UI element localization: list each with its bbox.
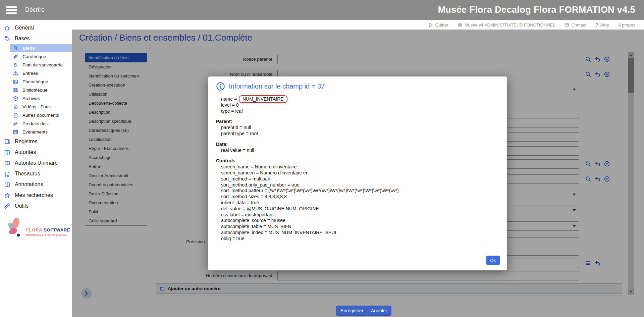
modal-line: type = leaf (216, 108, 500, 114)
top-bar: Décrire Musée Flora Decalog Flora FORMAT… (0, 0, 644, 20)
modal-line: css-label = musImportant (216, 212, 500, 218)
modal-body: name = NUM_INVENTAIRElevel = 0type = lea… (216, 96, 500, 242)
sidebar-item-label: Registres (15, 139, 38, 145)
sidebar-item-label: Outils (15, 203, 29, 209)
logo-tagline: Bibliothèques | Archives | Musées (26, 233, 70, 236)
sidebar-item-label: Plan de sauvegarde (22, 62, 63, 67)
sidebar-item-bibliotheque[interactable]: Bibliothèque (0, 86, 72, 94)
sort-az-icon: AB (4, 171, 10, 177)
subbar-item-contact[interactable]: Contact (564, 22, 586, 28)
modal-line: parentId = null (216, 125, 500, 131)
logo-brand-primary: FLORA (26, 227, 42, 232)
subbar-item-label: Aide (600, 22, 609, 28)
info-icon (216, 82, 225, 91)
photo-icon (13, 79, 18, 85)
sidebar-item-label: Biens (22, 46, 35, 51)
sidebar-item-label: Produits doc. (22, 121, 49, 126)
cancel-button[interactable]: Annuler (367, 306, 391, 316)
sidebar-item-label: Photothèque (22, 79, 48, 84)
sidebar-item-archives[interactable]: Archives (0, 94, 72, 103)
sidebar-item-autorites[interactable]: Autorités (0, 147, 72, 158)
sidebar-item-evenements[interactable]: Evènements (0, 128, 72, 136)
modal-section-header: Data: (216, 142, 500, 148)
sidebar-item-entrees[interactable]: Entrées (0, 69, 72, 77)
paper-stack-icon (13, 121, 18, 126)
sidebar-item-videos-sons[interactable]: Vidéos - Sons (0, 103, 72, 111)
sidebar-item-biens[interactable]: Biens (10, 44, 72, 52)
modal-line: screen_nameen = Numéro d'inventaire en (216, 170, 500, 176)
media-file-icon (13, 104, 18, 110)
sidebar-item-autres-documents[interactable]: Autres documents (0, 111, 72, 119)
sidebar-item-label: Autres documents (22, 113, 59, 118)
sidebar-list: GénéralBasesBiensCarothèquePlan de sauve… (0, 20, 72, 211)
archive-box-icon (13, 96, 18, 101)
sidebar-item-label: Bases (15, 36, 30, 42)
star-icon (4, 192, 10, 199)
modal-line: sort_method = multipart (216, 176, 500, 182)
modal-line: autocomplete_index = MUS_NUM_INVENTAIRE_… (216, 230, 500, 236)
sidebar-item-label: Carothèque (22, 54, 46, 59)
modal-title-row: Information sur le champ id = 37 (216, 82, 500, 91)
sidebar-item-label: Thesaurus (15, 171, 40, 177)
sidebar-item-autorites-unimarc[interactable]: Autorités Unimarc (0, 158, 72, 168)
sidebar-item-label: Evènements (22, 129, 48, 135)
sidebar-item-annotations[interactable]: Annotations (0, 179, 72, 190)
subbar-item-user[interactable]: Musée v4 ADMINISTRATEUR FONCTIONNEL (458, 22, 555, 28)
sidebar-item-outils[interactable]: Outils (0, 201, 72, 211)
field-info-modal: Information sur le champ id = 37 name = … (208, 76, 507, 270)
modal-line: def_value = @MUS_ORIGINE.NUM_ORIGINE (216, 206, 500, 212)
modal-line: screen_name = Numéro d'inventaire (216, 164, 500, 170)
modal-section-header: Controls: (216, 158, 500, 164)
sidebar-item-label: Annotations (15, 181, 43, 188)
logo-brand-secondary: SOFTWARE (44, 227, 70, 232)
home-icon (4, 25, 10, 31)
sidebar-item-produits-doc[interactable]: Produits doc. (0, 119, 72, 128)
flora-logo-text: FLORA SOFTWARE Bibliothèques | Archives … (26, 227, 70, 236)
menu-hamburger-icon[interactable] (6, 5, 17, 15)
sidebar-item-label: Archives (22, 96, 40, 101)
subbar-item-label: A propos (618, 22, 635, 28)
inbox-download-icon (13, 70, 18, 76)
field-name-highlight: NUM_INVENTAIRE (239, 95, 287, 103)
ok-button[interactable]: Ok (486, 256, 500, 265)
wrench-icon (4, 203, 10, 209)
core-sample-icon (13, 54, 18, 59)
subbar-item-a-propos[interactable]: A propos (618, 22, 635, 28)
sidebar-item-plan-de-sauvegarde[interactable]: Plan de sauvegarde (0, 61, 72, 69)
modal-line: sort_method.only_pad_number = true (216, 182, 500, 188)
module-title: Décrire (25, 6, 45, 13)
sidebar-item-phototheque[interactable]: Photothèque (0, 77, 72, 86)
sidebar-item-mes-recherches[interactable]: Mes recherches (0, 190, 72, 201)
sidebar-item-registres[interactable]: Registres (0, 136, 72, 147)
tag-icon (4, 36, 10, 42)
subbar-item-quitter[interactable]: Quitter (428, 22, 448, 28)
modal-title: Information sur le champ id = 37 (229, 83, 325, 90)
sidebar: GénéralBasesBiensCarothèquePlan de sauve… (0, 20, 72, 317)
subbar-item-label: Musée v4 ADMINISTRATEUR FONCTIONNEL (465, 22, 555, 28)
flora-flower-icon (4, 215, 24, 241)
sidebar-item-thesaurus[interactable]: ABThesaurus (0, 168, 72, 179)
modal-line: name = NUM_INVENTAIRE (216, 96, 500, 102)
open-book-icon (4, 181, 10, 188)
mail-icon (564, 22, 569, 28)
modal-line: autocomplete_source = musee (216, 218, 500, 224)
user-icon (458, 22, 463, 28)
modal-line: sort_method.sizes = 8,8,8,8,8,8 (216, 194, 500, 200)
application-brand-title: Musée Flora Decalog Flora FORMATION v4.5 (438, 5, 635, 15)
sidebar-item-label: Mes recherches (15, 192, 53, 198)
help-icon: ? (595, 22, 598, 28)
calendar-icon (13, 129, 18, 135)
sidebar-item-label: Autorités Unimarc (15, 160, 57, 166)
sidebar-item-carotheque[interactable]: Carothèque (0, 52, 72, 61)
sidebar-item-label: Autorités (15, 149, 36, 155)
modal-line: level = 0 (216, 102, 500, 108)
sidebar-item-bases[interactable]: Bases (0, 33, 72, 44)
sidebar-item-general[interactable]: Général (0, 22, 72, 33)
artifact-icon (13, 45, 18, 51)
subbar-item-aide[interactable]: ?Aide (595, 22, 609, 28)
logout-icon (428, 22, 433, 28)
open-book-icon (4, 149, 10, 156)
modal-line: parentType = root (216, 131, 500, 137)
svg-text:B: B (7, 173, 9, 177)
save-button[interactable]: Enregistrer (336, 306, 368, 316)
